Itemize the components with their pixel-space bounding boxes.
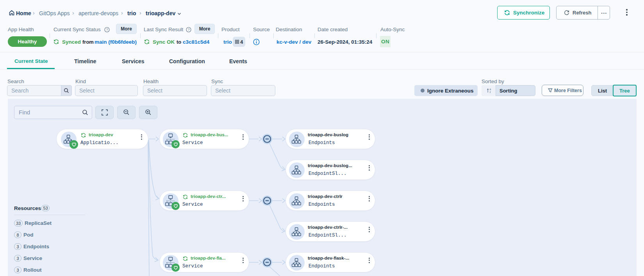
svg-text:z: z (490, 91, 491, 93)
svg-text:?: ? (106, 28, 108, 32)
svg-text:?: ? (188, 28, 190, 32)
svg-text:a: a (489, 88, 491, 91)
